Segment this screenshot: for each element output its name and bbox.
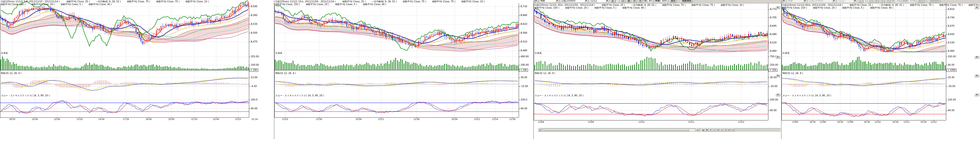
volume-axis-tick: 250.00 [770,64,778,66]
macd-axis-tick: 25.00 [948,76,955,79]
time-axis-label: 11/10 [282,118,288,120]
price-chart-canvas[interactable] [534,0,768,125]
price-axis-tick: 8,580 [770,33,777,35]
macd-section-label: MACD( 12, 26, 9 ) [275,72,296,75]
legend-item: 一目均衡表( 9, 26, 52 ) [96,0,121,3]
price-axis-tick: 8,645 [770,25,777,27]
macd-axis-tick: -4.50 [251,85,257,88]
time-axis-label: 11/11 [904,121,910,123]
drawing-tool-button[interactable]: ✕ [731,129,735,131]
legend-item: 移動平均( Close, 25 ) [342,0,366,3]
time-axis-label: 11/08 [820,121,826,123]
price-axis-tick: 8,460 [948,50,955,52]
subchart-collapse-button[interactable]: ▼ [974,56,979,59]
time-axis-label: 11/11 [378,118,384,120]
price-chart-canvas[interactable] [0,0,249,125]
chart-title: 日経225mini 11/12( 60分, 2011/11/04 - 2011/… [782,4,843,6]
stochastics-axis-tick: 40.00 [520,107,527,110]
time-axis-label: 20:00 [452,118,458,120]
price-chart-canvas[interactable] [274,0,519,125]
price-axis-tick: 8,510 [520,40,527,43]
subchart-collapse-button[interactable]: ▼ [974,93,979,96]
drawing-tool-button[interactable]: ╱ [713,129,716,131]
stochastics-section-label: スロー・ストキャスティクス( 14, 3, 80, 20 ) [275,94,324,97]
price-axis-tick: 8,610 [520,23,527,25]
drawing-tool-button[interactable]: ▲ [702,129,705,131]
legend-item: 移動平均( Close, 75 ) [939,4,963,6]
time-axis-label: 12:00 [316,118,322,120]
price-axis-tick: 8,660 [520,14,527,16]
stochastics-section-label: スロー・ストキャスティクス( 14, 3, 80, 20 ) [783,94,831,97]
time-axis-label: 11/09 [847,121,853,123]
subchart-collapse-button[interactable]: ▼ [974,74,979,77]
legend-item: 移動平均( Close, 75 ) [910,4,933,6]
price-axis-tick: 8,475 [251,40,258,43]
chart-header-line2: 移動平均( Close, 150 )移動平均( Close, 20 )移動平均(… [1,3,118,6]
time-axis-label: 16:30 [837,121,843,123]
chart-header-line2: 移動平均( Close, 150 )移動平均( Close, 20 )移動平均(… [275,3,392,6]
horizontal-scrollbar[interactable] [542,129,695,131]
volume-scale-box: × 100 [519,69,528,72]
time-axis-label: 17:20 [123,118,129,120]
chart-header-line2: 移動平均( Close, 150 )移動平均( Close, 20 )移動平均(… [535,6,652,9]
price-axis-tick: 8,710 [520,5,527,8]
macd-axis-tick: -30.00 [948,85,955,88]
volume-axis-tick: 195.00 [520,64,529,66]
stochastics-section-label: スロー・ストキャスティクス( 14, 3, 80, 20 ) [1,94,49,97]
time-axis-label: 11/09 [588,121,594,123]
subchart-collapse-button[interactable]: ▼ [776,93,780,96]
chart-header-line2: 移動平均( Close, 150 )移動平均( Close, 20 )移動平均(… [782,6,899,9]
drawing-tool-button[interactable]: L [720,129,724,131]
time-axis-label: 22:40 [213,118,219,120]
drawing-tool-button[interactable]: ✛ [709,129,712,131]
time-axis-label: 11/12 [738,121,744,123]
legend-item: 移動平均( Close, 5 ) [842,6,864,9]
legend-item: 移動平均( Close, 5 ) [595,6,616,9]
price-axis-tick: 8,560 [520,32,527,34]
volume-scale-box: × 100 [250,69,258,72]
scroll-left-button[interactable]: ◄ [538,129,541,131]
chart-window: 日経225mini 11/12( 15分, 2011/11/04 - 2011/… [274,0,533,139]
y-axis-line [249,3,249,117]
subchart-collapse-button[interactable]: ▼ [776,6,780,9]
legend-item: 移動平均( Close, 150 ) [275,3,300,6]
volume-scale-box: × 100 [768,69,777,72]
chart-header-line1: 日経225mini 11/12( 60分, 2011/11/04 - 2011/… [782,4,980,6]
legend-item: 移動平均( Close, 75 ) [692,4,714,6]
legend-item: 移動平均( Close, 10 ) [186,0,208,3]
time-axis-label: 12:00 [54,118,60,120]
subchart-collapse-button[interactable]: ▼ [776,74,780,77]
time-axis-label: 12:00 [509,118,515,120]
legend-item: 一目均衡表( 9, 26, 52 ) [631,4,656,6]
price-axis-tick: 8,670 [948,25,955,27]
price-axis-tick: 8,595 [251,5,258,8]
drawing-tool-button[interactable]: P [724,129,727,131]
price-chart-canvas[interactable] [781,0,946,125]
legend-item: 移動平均( Close, 75 ) [156,0,180,3]
time-axis-label: 20:00 [356,118,362,120]
drawing-tool-button[interactable]: ▼ [705,129,709,131]
chart-title: 日経225mini 11/12( 5分, 2011/11/10 - 2011/1… [1,0,60,3]
time-axis-label: 16:30 [892,121,899,123]
time-axis-label: 20:00 [169,118,174,120]
legend-item: 移動平均( Close, 40 ) [870,6,893,9]
legend-item: 移動平均( Close, 20 ) [813,6,836,9]
scroll-right-button[interactable]: ► [696,129,699,131]
macd-section-label: MACD( 12, 26, 9 ) [1,72,22,75]
legend-item: 一目均衡表( 9, 26, 52 ) [372,0,397,3]
legend-item: 移動平均( Close, 75 ) [432,0,455,3]
price-axis-tick: 8,740 [948,16,955,19]
chart-header-line1: 日経225mini 11/12( 5分, 2011/11/10 - 2011/1… [1,0,215,3]
subchart-collapse-button[interactable]: ▼ [974,6,979,9]
time-axis-label: 16:30 [864,121,870,123]
macd-axis-tick: -20.00 [770,85,777,88]
volume-section-label: 出来高 [275,51,282,55]
subchart-collapse-button[interactable]: ▼ [776,56,780,59]
legend-item: 移動平均( Close, 25 ) [850,4,873,6]
y-axis-line [768,3,768,120]
scrollbar-thumb[interactable] [543,129,689,131]
chart-window: ▼先物▼日経225mini▼11/12▼足⇅日週月分分30⇅本数300⇅適用複数… [781,0,980,139]
time-axis-label: 16:30 [921,121,926,123]
drawing-tool-button[interactable]: D [716,129,720,131]
drawing-tool-button[interactable]: ⊕ [727,129,731,131]
